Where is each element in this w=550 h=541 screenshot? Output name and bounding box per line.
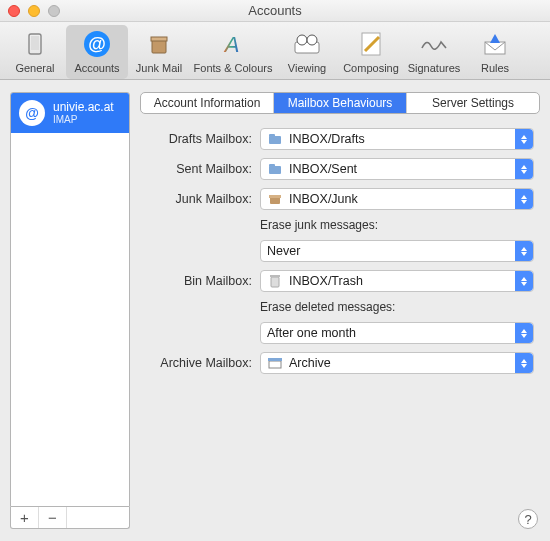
sent-select[interactable]: INBOX/Sent bbox=[260, 158, 534, 180]
erase-junk-label: Erase junk messages: bbox=[260, 218, 378, 232]
chevron-updown-icon bbox=[515, 159, 533, 179]
erase-deleted-label: Erase deleted messages: bbox=[260, 300, 395, 314]
toolbar-signatures[interactable]: Signatures bbox=[404, 25, 464, 79]
sent-label: Sent Mailbox: bbox=[140, 162, 252, 176]
toolbar-label: Signatures bbox=[408, 62, 461, 74]
window-title: Accounts bbox=[0, 3, 550, 18]
remove-account-button[interactable]: − bbox=[39, 507, 67, 528]
drafts-value: INBOX/Drafts bbox=[289, 132, 365, 146]
account-item[interactable]: @ univie.ac.at IMAP bbox=[11, 93, 129, 133]
junk-folder-icon bbox=[267, 191, 283, 207]
toolbar-label: Accounts bbox=[74, 62, 119, 74]
bin-label: Bin Mailbox: bbox=[140, 274, 252, 288]
junk-select[interactable]: INBOX/Junk bbox=[260, 188, 534, 210]
tab-mailbox-behaviours[interactable]: Mailbox Behaviours bbox=[274, 93, 407, 113]
archive-icon bbox=[267, 355, 283, 371]
fonts-icon: A bbox=[218, 29, 248, 59]
toolbar-rules[interactable]: Rules bbox=[464, 25, 526, 79]
tab-control: Account Information Mailbox Behaviours S… bbox=[140, 92, 540, 114]
tab-server-settings[interactable]: Server Settings bbox=[407, 93, 539, 113]
svg-text:A: A bbox=[223, 32, 240, 57]
svg-rect-12 bbox=[269, 136, 281, 144]
drafts-label: Drafts Mailbox: bbox=[140, 132, 252, 146]
toolbar-label: Junk Mail bbox=[136, 62, 182, 74]
account-type: IMAP bbox=[53, 114, 114, 125]
chevron-updown-icon bbox=[515, 353, 533, 373]
archive-label: Archive Mailbox: bbox=[140, 356, 252, 370]
toolbar-label: Rules bbox=[481, 62, 509, 74]
svg-rect-5 bbox=[151, 37, 167, 41]
svg-rect-17 bbox=[269, 195, 281, 198]
svg-rect-19 bbox=[270, 275, 280, 277]
account-list[interactable]: @ univie.ac.at IMAP bbox=[10, 92, 130, 507]
erase-deleted-select[interactable]: After one month bbox=[260, 322, 534, 344]
account-at-icon: @ bbox=[19, 100, 45, 126]
general-icon bbox=[20, 29, 50, 59]
erase-deleted-value: After one month bbox=[267, 326, 356, 340]
toolbar-viewing[interactable]: Viewing bbox=[276, 25, 338, 79]
erase-junk-value: Never bbox=[267, 244, 300, 258]
erase-junk-select[interactable]: Never bbox=[260, 240, 534, 262]
preferences-toolbar: General @ Accounts Junk Mail A Fonts & C… bbox=[0, 22, 550, 80]
svg-rect-14 bbox=[269, 166, 281, 174]
account-name: univie.ac.at bbox=[53, 100, 114, 114]
chevron-updown-icon bbox=[515, 241, 533, 261]
toolbar-accounts[interactable]: @ Accounts bbox=[66, 25, 128, 79]
svg-rect-20 bbox=[269, 361, 281, 368]
svg-rect-13 bbox=[269, 134, 275, 137]
rules-icon bbox=[480, 29, 510, 59]
svg-rect-1 bbox=[31, 36, 39, 50]
svg-point-8 bbox=[297, 35, 307, 45]
trash-icon bbox=[267, 273, 283, 289]
bin-value: INBOX/Trash bbox=[289, 274, 363, 288]
tab-account-info[interactable]: Account Information bbox=[141, 93, 274, 113]
svg-rect-15 bbox=[269, 164, 275, 167]
archive-value: Archive bbox=[289, 356, 331, 370]
add-account-button[interactable]: + bbox=[11, 507, 39, 528]
titlebar: Accounts bbox=[0, 0, 550, 22]
svg-rect-21 bbox=[268, 358, 282, 361]
accounts-sidebar: @ univie.ac.at IMAP + − bbox=[10, 92, 130, 529]
toolbar-fonts[interactable]: A Fonts & Colours bbox=[190, 25, 276, 79]
junk-value: INBOX/Junk bbox=[289, 192, 358, 206]
composing-icon bbox=[356, 29, 386, 59]
toolbar-label: Fonts & Colours bbox=[194, 62, 273, 74]
toolbar-label: General bbox=[15, 62, 54, 74]
toolbar-composing[interactable]: Composing bbox=[338, 25, 404, 79]
drafts-select[interactable]: INBOX/Drafts bbox=[260, 128, 534, 150]
toolbar-junk[interactable]: Junk Mail bbox=[128, 25, 190, 79]
folder-icon bbox=[267, 161, 283, 177]
signature-icon bbox=[419, 29, 449, 59]
toolbar-label: Composing bbox=[343, 62, 399, 74]
chevron-updown-icon bbox=[515, 189, 533, 209]
folder-icon bbox=[267, 131, 283, 147]
at-icon: @ bbox=[82, 29, 112, 59]
toolbar-label: Viewing bbox=[288, 62, 326, 74]
sent-value: INBOX/Sent bbox=[289, 162, 357, 176]
chevron-updown-icon bbox=[515, 323, 533, 343]
help-button[interactable]: ? bbox=[518, 509, 538, 529]
chevron-updown-icon bbox=[515, 129, 533, 149]
archive-select[interactable]: Archive bbox=[260, 352, 534, 374]
junk-icon bbox=[144, 29, 174, 59]
chevron-updown-icon bbox=[515, 271, 533, 291]
svg-rect-18 bbox=[271, 277, 279, 287]
svg-text:@: @ bbox=[88, 34, 106, 54]
junk-label: Junk Mailbox: bbox=[140, 192, 252, 206]
toolbar-general[interactable]: General bbox=[4, 25, 66, 79]
viewing-icon bbox=[292, 29, 322, 59]
svg-point-9 bbox=[307, 35, 317, 45]
footer-spacer bbox=[67, 507, 129, 528]
bin-select[interactable]: INBOX/Trash bbox=[260, 270, 534, 292]
